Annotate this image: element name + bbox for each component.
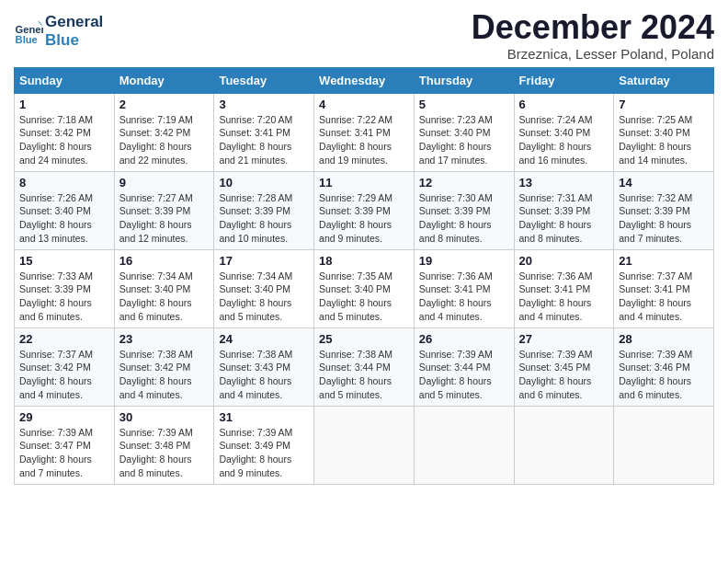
- logo: General Blue General Blue: [14, 13, 103, 49]
- calendar-cell: 29Sunrise: 7:39 AMSunset: 3:47 PMDayligh…: [15, 406, 115, 484]
- day-number: 15: [19, 254, 109, 268]
- month-title: December 2024: [472, 9, 714, 46]
- day-number: 16: [119, 254, 210, 268]
- day-number: 11: [319, 176, 409, 190]
- calendar-cell: 18Sunrise: 7:35 AMSunset: 3:40 PMDayligh…: [314, 249, 415, 327]
- title-area: December 2024 Brzeznica, Lesser Poland, …: [472, 9, 714, 62]
- calendar-cell: 31Sunrise: 7:39 AMSunset: 3:49 PMDayligh…: [214, 406, 314, 484]
- day-number: 6: [519, 98, 609, 111]
- day-info: Sunrise: 7:30 AMSunset: 3:39 PMDaylight:…: [419, 191, 509, 246]
- day-info: Sunrise: 7:36 AMSunset: 3:41 PMDaylight:…: [519, 270, 609, 324]
- col-header-thursday: Thursday: [414, 67, 514, 93]
- day-info: Sunrise: 7:39 AMSunset: 3:48 PMDaylight:…: [119, 426, 210, 480]
- col-header-saturday: Saturday: [614, 67, 714, 93]
- location-title: Brzeznica, Lesser Poland, Poland: [472, 46, 714, 62]
- day-number: 31: [219, 410, 309, 424]
- calendar-cell: 1Sunrise: 7:18 AMSunset: 3:42 PMDaylight…: [15, 93, 115, 171]
- day-number: 3: [219, 98, 309, 111]
- calendar-table: SundayMondayTuesdayWednesdayThursdayFrid…: [14, 67, 714, 485]
- day-number: 18: [319, 254, 409, 268]
- day-info: Sunrise: 7:38 AMSunset: 3:42 PMDaylight:…: [119, 348, 210, 402]
- svg-text:General: General: [16, 23, 43, 34]
- day-info: Sunrise: 7:27 AMSunset: 3:39 PMDaylight:…: [119, 191, 210, 246]
- day-info: Sunrise: 7:28 AMSunset: 3:39 PMDaylight:…: [219, 191, 309, 246]
- day-number: 27: [519, 332, 609, 346]
- calendar-cell: 22Sunrise: 7:37 AMSunset: 3:42 PMDayligh…: [15, 327, 115, 406]
- calendar-cell: [414, 406, 514, 484]
- day-number: 4: [319, 98, 409, 111]
- day-number: 17: [219, 254, 309, 268]
- day-info: Sunrise: 7:38 AMSunset: 3:44 PMDaylight:…: [319, 348, 409, 402]
- day-info: Sunrise: 7:31 AMSunset: 3:39 PMDaylight:…: [519, 191, 609, 246]
- calendar-cell: 10Sunrise: 7:28 AMSunset: 3:39 PMDayligh…: [214, 171, 314, 249]
- calendar-cell: 8Sunrise: 7:26 AMSunset: 3:40 PMDaylight…: [15, 171, 115, 249]
- day-info: Sunrise: 7:24 AMSunset: 3:40 PMDaylight:…: [519, 113, 609, 167]
- calendar-cell: 9Sunrise: 7:27 AMSunset: 3:39 PMDaylight…: [114, 171, 214, 249]
- week-row-2: 8Sunrise: 7:26 AMSunset: 3:40 PMDaylight…: [15, 171, 714, 249]
- day-number: 10: [219, 176, 309, 190]
- week-row-5: 29Sunrise: 7:39 AMSunset: 3:47 PMDayligh…: [15, 406, 714, 484]
- day-info: Sunrise: 7:29 AMSunset: 3:39 PMDaylight:…: [319, 191, 409, 246]
- week-row-4: 22Sunrise: 7:37 AMSunset: 3:42 PMDayligh…: [15, 327, 714, 406]
- calendar-cell: 25Sunrise: 7:38 AMSunset: 3:44 PMDayligh…: [314, 327, 415, 406]
- day-info: Sunrise: 7:39 AMSunset: 3:44 PMDaylight:…: [419, 348, 509, 402]
- day-info: Sunrise: 7:39 AMSunset: 3:45 PMDaylight:…: [519, 348, 609, 402]
- day-number: 13: [519, 176, 609, 190]
- week-row-1: 1Sunrise: 7:18 AMSunset: 3:42 PMDaylight…: [15, 93, 714, 171]
- day-number: 2: [119, 98, 210, 111]
- day-number: 5: [419, 98, 509, 111]
- day-info: Sunrise: 7:34 AMSunset: 3:40 PMDaylight:…: [219, 270, 309, 324]
- day-info: Sunrise: 7:37 AMSunset: 3:41 PMDaylight:…: [619, 270, 709, 324]
- calendar-cell: 19Sunrise: 7:36 AMSunset: 3:41 PMDayligh…: [414, 249, 514, 327]
- calendar-cell: 21Sunrise: 7:37 AMSunset: 3:41 PMDayligh…: [614, 249, 714, 327]
- calendar-cell: 2Sunrise: 7:19 AMSunset: 3:42 PMDaylight…: [114, 93, 214, 171]
- day-info: Sunrise: 7:33 AMSunset: 3:39 PMDaylight:…: [19, 270, 109, 324]
- calendar-cell: 14Sunrise: 7:32 AMSunset: 3:39 PMDayligh…: [614, 171, 714, 249]
- page-header: General Blue General Blue December 2024 …: [14, 9, 714, 62]
- day-number: 29: [19, 410, 109, 424]
- day-number: 1: [19, 98, 109, 111]
- day-number: 23: [119, 332, 210, 346]
- calendar-cell: 15Sunrise: 7:33 AMSunset: 3:39 PMDayligh…: [15, 249, 115, 327]
- col-header-monday: Monday: [114, 67, 214, 93]
- calendar-cell: 12Sunrise: 7:30 AMSunset: 3:39 PMDayligh…: [414, 171, 514, 249]
- calendar-cell: 3Sunrise: 7:20 AMSunset: 3:41 PMDaylight…: [214, 93, 314, 171]
- day-info: Sunrise: 7:35 AMSunset: 3:40 PMDaylight:…: [319, 270, 409, 324]
- day-number: 21: [619, 254, 709, 268]
- day-info: Sunrise: 7:26 AMSunset: 3:40 PMDaylight:…: [19, 191, 109, 246]
- day-info: Sunrise: 7:32 AMSunset: 3:39 PMDaylight:…: [619, 191, 709, 246]
- day-number: 26: [419, 332, 509, 346]
- calendar-cell: 27Sunrise: 7:39 AMSunset: 3:45 PMDayligh…: [514, 327, 614, 406]
- col-header-sunday: Sunday: [15, 67, 115, 93]
- col-header-tuesday: Tuesday: [214, 67, 314, 93]
- calendar-cell: 23Sunrise: 7:38 AMSunset: 3:42 PMDayligh…: [114, 327, 214, 406]
- logo-icon: General Blue: [14, 17, 43, 46]
- day-number: 9: [119, 176, 210, 190]
- calendar-cell: [514, 406, 614, 484]
- day-info: Sunrise: 7:36 AMSunset: 3:41 PMDaylight:…: [419, 270, 509, 324]
- calendar-cell: 13Sunrise: 7:31 AMSunset: 3:39 PMDayligh…: [514, 171, 614, 249]
- logo-general: General: [45, 13, 103, 31]
- calendar-cell: 7Sunrise: 7:25 AMSunset: 3:40 PMDaylight…: [614, 93, 714, 171]
- day-number: 12: [419, 176, 509, 190]
- calendar-cell: 4Sunrise: 7:22 AMSunset: 3:41 PMDaylight…: [314, 93, 415, 171]
- day-info: Sunrise: 7:23 AMSunset: 3:40 PMDaylight:…: [419, 113, 509, 167]
- day-info: Sunrise: 7:34 AMSunset: 3:40 PMDaylight:…: [119, 270, 210, 324]
- day-number: 7: [619, 98, 709, 111]
- col-header-friday: Friday: [514, 67, 614, 93]
- calendar-cell: 11Sunrise: 7:29 AMSunset: 3:39 PMDayligh…: [314, 171, 415, 249]
- calendar-cell: 26Sunrise: 7:39 AMSunset: 3:44 PMDayligh…: [414, 327, 514, 406]
- day-info: Sunrise: 7:39 AMSunset: 3:46 PMDaylight:…: [619, 348, 709, 402]
- calendar-cell: [314, 406, 415, 484]
- day-number: 25: [319, 332, 409, 346]
- day-number: 8: [19, 176, 109, 190]
- calendar-cell: [614, 406, 714, 484]
- day-info: Sunrise: 7:20 AMSunset: 3:41 PMDaylight:…: [219, 113, 309, 167]
- day-info: Sunrise: 7:38 AMSunset: 3:43 PMDaylight:…: [219, 348, 309, 402]
- day-number: 30: [119, 410, 210, 424]
- calendar-cell: 16Sunrise: 7:34 AMSunset: 3:40 PMDayligh…: [114, 249, 214, 327]
- svg-text:Blue: Blue: [16, 33, 38, 44]
- day-info: Sunrise: 7:22 AMSunset: 3:41 PMDaylight:…: [319, 113, 409, 167]
- day-info: Sunrise: 7:39 AMSunset: 3:49 PMDaylight:…: [219, 426, 309, 480]
- calendar-cell: 17Sunrise: 7:34 AMSunset: 3:40 PMDayligh…: [214, 249, 314, 327]
